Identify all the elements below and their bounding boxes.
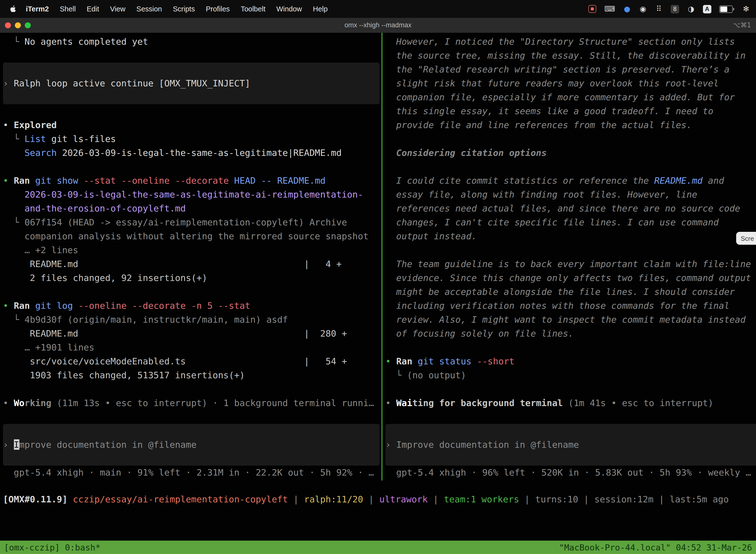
macos-menu-bar: iTerm2ShellEditViewSessionScriptsProfile… <box>0 0 756 18</box>
ran-git-show-line: • Ran git show --stat --oneline --decora… <box>3 174 381 188</box>
terminal-line: changes, I can't cite specific file line… <box>385 215 756 229</box>
text-segment: slight risk that future readers may over… <box>396 78 718 88</box>
text-segment: • <box>385 356 396 366</box>
terminal-line: 2026-03-09-is-legal-the-same-as-legitima… <box>3 188 381 202</box>
text-segment: • <box>3 398 14 408</box>
terminal-line: companion analysis without altering the … <box>3 229 381 243</box>
model-status-right: gpt-5.4 xhigh · 96% left · 520K in · 5.8… <box>385 466 756 480</box>
prompt-input-left[interactable]: › Improve documentation in @filename <box>3 424 379 466</box>
working-status-line: • Working (11m 13s • esc to interrupt) ·… <box>3 396 381 410</box>
menu-bar-left: iTerm2ShellEditViewSessionScriptsProfile… <box>5 0 333 18</box>
screen-recording-icon[interactable] <box>588 5 596 13</box>
text-segment <box>30 300 35 311</box>
menu-item-shell[interactable]: Shell <box>54 5 81 13</box>
text-segment: Explored <box>14 120 57 130</box>
terminal-line: the source tree, missing the essay. Stil… <box>385 49 756 63</box>
text-segment: README.md <box>654 175 703 186</box>
text-segment: and <box>703 175 724 186</box>
text-segment: companion file, especially if more comme… <box>396 92 735 102</box>
menu-items: iTerm2ShellEditViewSessionScriptsProfile… <box>20 0 333 18</box>
raycast-icon[interactable]: ● <box>623 4 631 14</box>
text-segment: … +2 lines <box>24 245 78 255</box>
menu-item-scripts[interactable]: Scripts <box>168 5 200 13</box>
text-segment: gpt-5.4 xhigh · 96% left · 520K in · 5.8… <box>396 467 751 478</box>
battery-icon[interactable] <box>719 5 734 13</box>
text-segment <box>30 175 35 186</box>
terminal-line: slight risk that future readers may over… <box>385 76 756 90</box>
terminal-line: the "Related research writing" section i… <box>385 63 756 76</box>
text-segment: git status <box>418 356 471 366</box>
team-workers-label: team:1 workers <box>444 494 519 504</box>
text-segment: List <box>24 133 46 144</box>
terminal-line: review. Also, I might want to inspect th… <box>385 313 756 327</box>
apps-grid-icon[interactable]: ⠿ <box>655 4 663 14</box>
menu-item-session[interactable]: Session <box>131 5 168 13</box>
terminal-line: └ 067f154 (HEAD -> essay/ai-reimplementa… <box>3 215 381 229</box>
git-branch-label: cczip/essay/ai-reimplementation-copyleft <box>73 494 288 504</box>
text-segment: 067f154 (HEAD -> essay/ai-reimplementati… <box>24 217 347 227</box>
text-segment: review. Also, I might want to inspect th… <box>396 314 746 325</box>
ran-git-status-line: • Ran git status --short <box>385 354 756 368</box>
blank-line <box>385 243 756 257</box>
screen-notification-text: Scre <box>741 234 754 242</box>
terminal-line: └ (no output) <box>385 368 756 382</box>
fan-icon[interactable]: ✻ <box>742 4 750 14</box>
screen-notification[interactable]: Scre <box>737 232 756 245</box>
text-segment: --oneline --decorate -n 5 --stat <box>73 300 250 311</box>
input-source-icon[interactable]: A <box>703 5 711 13</box>
text-segment: └ <box>14 217 24 227</box>
terminal-line: companion file, especially if more comme… <box>385 90 756 104</box>
terminal-line: 2 files changed, 92 insertions(+) <box>3 271 381 285</box>
agents-status-line: └ No agents completed yet <box>3 35 381 49</box>
text-segment: README.md | 4 + <box>30 259 341 269</box>
reasoning-heading: Considering citation options <box>385 146 756 160</box>
terminal-line: 1903 files changed, 513517 insertions(+) <box>3 368 381 382</box>
prompt-input-right[interactable]: › Improve documentation in @filename <box>385 424 756 466</box>
menu-item-view[interactable]: View <box>105 5 131 13</box>
terminal-line: README.md | 4 + <box>3 257 381 271</box>
text-segment: provide file and line references from th… <box>396 120 692 130</box>
tmux-host-clock: "MacBook-Pro-44.local" 04:52 31-Mar-26 <box>559 542 752 552</box>
text-segment: └ <box>396 370 407 380</box>
assistant-icon[interactable]: ◑ <box>687 4 695 14</box>
text-segment: of focusing solely on file lines. <box>396 328 573 339</box>
terminal-line: … +2 lines <box>3 243 381 257</box>
tmux-status-bar: [omx-cczip] 0:bash* "MacBook-Pro-44.loca… <box>0 541 756 554</box>
menu-item-help[interactable]: Help <box>308 5 333 13</box>
text-segment: | <box>363 494 379 504</box>
terminal-line: … +1901 lines <box>3 340 381 354</box>
text-segment: However, I noticed the "Directory Struct… <box>396 36 735 47</box>
blank-line <box>3 104 381 118</box>
menu-item-edit[interactable]: Edit <box>81 5 105 13</box>
camera-app-icon[interactable]: ◉ <box>639 4 647 14</box>
text-segment: Ran <box>14 175 30 186</box>
battery-icon-cap <box>733 8 734 10</box>
text-segment: and-the-erosion-of-copyleft.md <box>24 203 186 214</box>
terminal-line: provide file and line references from th… <box>385 118 756 132</box>
text-segment: src/voice/voiceModeEnabled.ts | 54 + <box>30 356 347 366</box>
apple-menu[interactable] <box>5 5 20 13</box>
blank-line <box>3 49 381 63</box>
ralph-counter: ralph:11/20 <box>304 494 363 504</box>
menu-item-window[interactable]: Window <box>271 5 307 13</box>
window-title-bar[interactable]: omx --xhigh --madmax ⌥⌘1 <box>0 18 756 33</box>
menu-item-iterm2[interactable]: iTerm2 <box>20 5 54 13</box>
desktop-screen: iTerm2ShellEditViewSessionScriptsProfile… <box>0 0 756 554</box>
text-segment: | <box>578 494 594 504</box>
terminal-line: I could cite commit statistics or refere… <box>385 174 756 188</box>
session-timer: session:12m <box>594 494 653 504</box>
tmux-pane-left: └ No agents completed yet› Ralph loop ac… <box>0 33 381 481</box>
text-segment: might be acceptable alongside the file l… <box>396 286 735 297</box>
text-segment: (no output) <box>407 370 466 380</box>
keyboard-icon[interactable]: ⌨ <box>605 4 615 14</box>
text-segment <box>412 356 418 366</box>
text-segment: › <box>385 439 396 450</box>
terminal-line: evidence. Since this change only affects… <box>385 271 756 285</box>
menu-item-profiles[interactable]: Profiles <box>200 5 235 13</box>
numpad-icon[interactable]: 8 <box>671 5 679 13</box>
text-segment: › <box>3 439 14 450</box>
prompt-input-right-line: › Improve documentation in @filename <box>385 438 756 452</box>
terminal-line: including verification notes with those … <box>385 299 756 313</box>
menu-item-toolbelt[interactable]: Toolbelt <box>235 5 271 13</box>
text-segment: Ran <box>396 356 412 366</box>
